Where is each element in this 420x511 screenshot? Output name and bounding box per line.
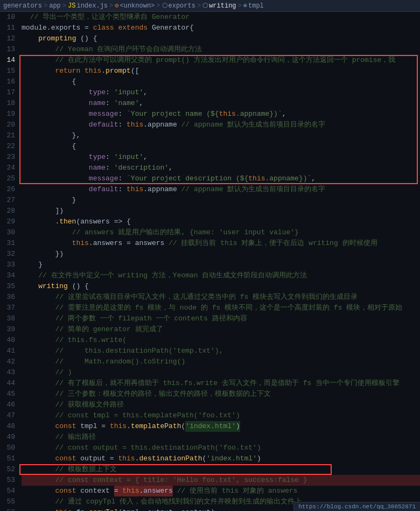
code-line-20: default: this.appname // appname 默认为生成当前… (22, 120, 420, 130)
code-line-48: const tmpl = this.templatePath('index.ht… (22, 421, 420, 432)
code-line-18: name: 'name', (22, 98, 420, 109)
bc-sep-6: > (238, 2, 242, 10)
code-line-50: // const output = this.destinationPath('… (22, 443, 420, 453)
code-line-23: type: 'input', (22, 152, 420, 163)
code-line-28: ]) (22, 206, 420, 216)
code-line-37: // 需要注意的是这里的 fs 模块，与 node 的 fs 模块不同，这个是一… (22, 303, 420, 313)
code-line-10: // 导出一个类型，让这个类型继承自 Generator (22, 12, 420, 23)
code-line-16: { (22, 76, 420, 87)
code-line-30: // answers 就是用户输出的结果, {name: 'user input… (22, 227, 420, 238)
code-line-46: // 获取模板文件路径 (22, 400, 420, 410)
code-line-11: module.exports = class extends Generator… (22, 23, 420, 33)
code-line-22: { (22, 141, 420, 152)
code-line-41: // this.destinationPath('temp.txt'), (22, 346, 420, 356)
code-line-52: // 模板数据上下文 (22, 464, 420, 475)
bc-sep-5: > (197, 2, 201, 10)
bc-ref-icon: ⊕ (243, 2, 247, 10)
bc-sep-1: > (44, 2, 47, 10)
code-line-47: // const tmpl = this.templatePath('foo.t… (22, 410, 420, 421)
bc-exports-icon: ⬡ (162, 2, 167, 10)
code-line-35: writing () { (22, 281, 420, 292)
code-line-44: // 有了模板后，就不用再借助于 this.fs.write 去写入文件，而是借… (22, 378, 420, 389)
code-line-53: // const context = { title: 'Hello foo.t… (22, 475, 420, 486)
code-line-45: // 三个参数：模板文件的路径，输出文件的路径，模板数据的上下文 (22, 389, 420, 400)
code-line-32: }) (22, 249, 420, 260)
code-line-42: // Math.random().toString() (22, 356, 420, 367)
bc-tmpl[interactable]: tmpl (248, 2, 264, 10)
bc-generators[interactable]: generators (3, 2, 42, 10)
bc-app[interactable]: app (49, 2, 61, 10)
breadcrumb: generators > app > JS index.js > ⚙ <unkn… (0, 0, 420, 12)
code-line-25: message: `Your project description (${th… (22, 173, 420, 184)
code-line-43: // ) (22, 367, 420, 378)
code-line-24: name: 'description', (22, 163, 420, 173)
code-editor: generators > app > JS index.js > ⚙ <unkn… (0, 0, 420, 511)
bc-writing[interactable]: writing (209, 2, 236, 10)
code-line-29: .then(answers => { (22, 216, 420, 227)
code-line-31: this.answers = answers // 挂载到当前 this 对象上… (22, 238, 420, 249)
bc-sep-3: > (109, 2, 113, 10)
code-line-38: // 两个参数 一个 filepath 一个 contents 路径和内容 (22, 313, 420, 324)
url-bar: https://blog.csdn.net/qq_38652871 (293, 502, 420, 511)
bc-sep-4: > (156, 2, 160, 10)
code-line-21: }, (22, 130, 420, 141)
code-line-40: // this.fs.write( (22, 335, 420, 346)
url-text: https://blog.csdn.net/qq_38652871 (298, 503, 416, 510)
code-line-15: return this.prompt([ (22, 66, 420, 76)
code-line-51: const output = this.destinationPath('ind… (22, 453, 420, 464)
code-content: // 导出一个类型，让这个类型继承自 Generator module.expo… (19, 12, 420, 511)
code-line-17: type: 'input', (22, 87, 420, 98)
bc-exports[interactable]: exports (169, 2, 195, 10)
code-line-36: // 这里尝试在项目目录中写入文件，这儿通过父类当中的 fs 模块去写入文件到我… (22, 292, 420, 303)
bc-unknown-icon: ⚙ (115, 2, 118, 10)
bc-unknown[interactable]: <unknown> (120, 2, 155, 10)
bc-sep-2: > (62, 2, 66, 10)
bc-indexjs[interactable]: index.js (76, 2, 108, 10)
code-line-39: // 简单的 generator 就完成了 (22, 324, 420, 335)
line-numbers: 10 11 12 13 14 15 16 17 18 19 20 21 22 2… (0, 12, 19, 511)
code-line-34: // 在文件当中定义一个 writing 方法，Yeoman 自动生成文件阶段自… (22, 270, 420, 281)
code-line-33: } (22, 260, 420, 270)
bc-js-icon: JS (68, 2, 75, 10)
code-line-13: // Yeoman 在询问用户环节会自动调用此方法 (22, 44, 420, 55)
code-line-54: const context = this.answers // 使用当前 thi… (22, 486, 420, 496)
bc-writing-icon: ⬡ (202, 2, 208, 10)
code-line-14: // 在此方法中可以调用父类的 prompt() 方法发出对用户的命令行询问，这… (22, 55, 420, 66)
code-area: 10 11 12 13 14 15 16 17 18 19 20 21 22 2… (0, 12, 420, 511)
code-line-26: default: this.appname // appname 默认为生成当前… (22, 184, 420, 195)
code-line-19: message: `Your project name (${this.appn… (22, 109, 420, 120)
code-line-27: } (22, 195, 420, 206)
code-line-49: // 输出路径 (22, 432, 420, 443)
code-line-12: prompting () { (22, 33, 420, 44)
